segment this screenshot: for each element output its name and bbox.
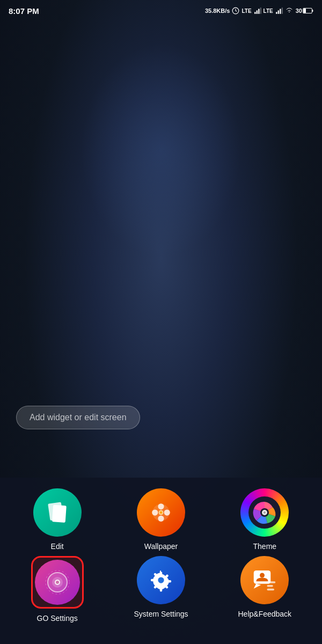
svg-point-17	[158, 516, 164, 522]
battery-icon	[303, 8, 313, 14]
go-settings-icon-circle	[35, 560, 80, 605]
menu-item-wallpaper[interactable]: Wallpaper	[118, 488, 204, 551]
menu-row-1: Edit Wallpaper	[5, 488, 317, 551]
svg-point-33	[260, 573, 265, 578]
svg-rect-11	[303, 9, 306, 13]
edit-icon-circle	[33, 488, 82, 537]
svg-rect-2	[256, 10, 257, 13]
add-widget-button[interactable]: Add widget or edit screen	[16, 406, 140, 429]
svg-rect-13	[52, 505, 67, 523]
system-settings-label: System Settings	[134, 610, 188, 618]
wallpaper-icon-circle	[137, 488, 185, 537]
lte2-icon: LTE	[264, 8, 273, 14]
system-settings-icon	[147, 566, 175, 595]
edit-label: Edit	[51, 542, 64, 551]
wallpaper-icon	[147, 498, 175, 527]
bg-glow	[80, 43, 241, 258]
svg-point-18	[152, 509, 158, 515]
menu-item-help-feedback[interactable]: Help&Feedback	[222, 556, 308, 618]
svg-rect-5	[276, 12, 277, 14]
system-settings-icon-circle	[137, 556, 185, 604]
menu-item-system-settings[interactable]: System Settings	[118, 556, 204, 618]
svg-point-16	[164, 509, 170, 515]
svg-rect-8	[281, 8, 282, 14]
network-speed: 35.8KB/s	[205, 8, 230, 14]
go-settings-wrapper	[31, 556, 84, 609]
edit-icon	[43, 498, 72, 527]
svg-rect-10	[312, 10, 313, 12]
status-bar: 8:07 PM 35.8KB/s LTE LTE 30	[0, 0, 322, 21]
menu-item-edit[interactable]: Edit	[14, 488, 100, 551]
theme-icon-circle	[240, 488, 289, 537]
svg-rect-34	[267, 581, 276, 583]
svg-point-29	[56, 581, 59, 584]
clock-icon	[232, 7, 239, 14]
theme-icon	[251, 499, 278, 526]
battery-percent: 30	[296, 8, 302, 14]
menu-row-2: GO Settings System Settings	[5, 556, 317, 623]
theme-label: Theme	[253, 542, 277, 551]
status-time: 8:07 PM	[9, 6, 39, 16]
help-feedback-icon-circle	[240, 556, 289, 604]
battery-indicator: 30	[296, 8, 313, 14]
svg-rect-35	[267, 585, 273, 587]
menu-item-theme[interactable]: Theme	[222, 488, 308, 551]
go-settings-label: GO Settings	[37, 614, 78, 623]
add-widget-bar: Add widget or edit screen	[11, 406, 311, 429]
svg-point-24	[264, 511, 266, 514]
wallpaper-label: Wallpaper	[144, 542, 178, 551]
svg-point-15	[158, 503, 164, 509]
svg-rect-4	[260, 8, 261, 14]
svg-rect-3	[258, 9, 259, 14]
bottom-menu: Edit Wallpaper	[0, 478, 322, 644]
svg-point-20	[160, 511, 163, 514]
svg-rect-7	[280, 9, 281, 14]
signal2-icon	[275, 7, 283, 14]
svg-rect-36	[267, 589, 275, 590]
signal1-icon	[254, 7, 261, 14]
lte1-icon: LTE	[241, 8, 251, 14]
theme-inner	[248, 496, 281, 529]
help-feedback-icon	[250, 566, 279, 595]
go-settings-icon	[43, 568, 72, 597]
wifi-icon	[285, 7, 294, 14]
svg-point-31	[158, 577, 164, 583]
svg-rect-1	[254, 12, 255, 14]
help-feedback-label: Help&Feedback	[238, 610, 292, 618]
svg-rect-6	[277, 10, 279, 13]
menu-item-go-settings[interactable]: GO Settings	[14, 556, 100, 623]
status-icons: 35.8KB/s LTE LTE 30	[205, 7, 313, 14]
